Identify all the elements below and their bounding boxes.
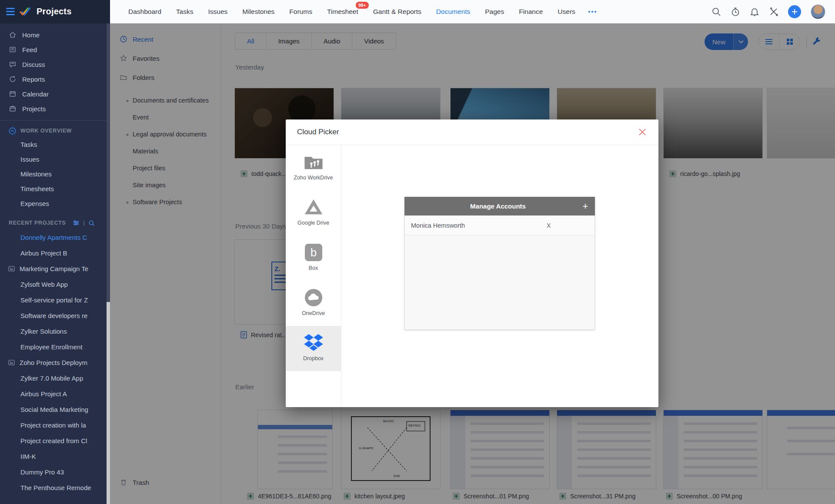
service-item-google-drive[interactable]: Google Drive [286,190,341,235]
sidebar-item-wo-expenses[interactable]: Expenses [0,196,110,211]
close-icon[interactable] [638,127,647,137]
menu-icon[interactable] [6,8,15,15]
brand-name: Projects [37,7,72,17]
sidebar-item-label: Home [22,31,40,39]
reports-icon [9,75,17,83]
account-name: Monica Hemsworth [405,222,547,229]
sidebar-item-wo-milestones[interactable]: Milestones [0,167,110,182]
remove-account-button[interactable]: X [547,222,595,229]
project-item[interactable]: Zylker Solutions [0,323,110,339]
project-item[interactable]: Donnelly Apartments C [0,229,110,245]
project-item-label: Marketing Campaign Te [20,265,88,272]
nav-item-pages[interactable]: Pages [479,4,510,19]
service-label: Google Drive [286,220,341,226]
nav-item-gantt-reports[interactable]: Gantt & Reports [367,4,428,19]
nav-overflow-icon[interactable] [584,7,601,16]
project-item[interactable]: Zoho Projects Deploym [0,355,110,370]
service-item-onedrive[interactable]: OneDrive [286,281,341,326]
sidebar-item-label: Feed [22,46,37,53]
service-item-box[interactable]: b Box [286,235,341,281]
google-drive-icon [286,196,341,218]
sidebar-item-projects[interactable]: Projects [0,101,110,116]
top-navigation-bar: Projects Dashboard Tasks Issues Mileston… [0,0,835,23]
discuss-icon [9,60,17,68]
zoho-projects-logo [19,6,32,17]
sidebar-item-wo-tasks[interactable]: Tasks [0,137,110,152]
user-avatar[interactable] [811,4,825,19]
section-title: RECENT PROJECTS [9,220,66,226]
brand-area: Projects [0,0,110,23]
feed-icon [9,46,17,53]
manage-accounts-header: Manage Accounts + [404,197,595,216]
project-item[interactable]: Project creation with la [0,417,110,433]
sidebar-item-home[interactable]: Home [0,27,110,42]
service-item-zoho-workdrive[interactable]: Zoho WorkDrive [286,145,341,190]
cloud-picker-dialog: Cloud Picker Zoho WorkDrive Google Drive… [286,119,658,407]
manage-accounts-panel: Manage Accounts + Monica Hemsworth X [404,197,595,330]
service-item-dropbox[interactable]: Dropbox [286,326,341,371]
project-item[interactable]: IIM-K [0,448,110,464]
sidebar-item-label: Discuss [22,61,45,68]
service-label: Dropbox [286,355,341,361]
add-button[interactable] [788,5,801,18]
left-sidebar: Home Feed Discuss Reports Calendar Proje… [0,23,110,504]
nav-item-documents[interactable]: Documents [430,4,476,19]
topbar-actions [711,4,835,19]
recent-projects-header: RECENT PROJECTS | [0,216,110,229]
sidebar-item-discuss[interactable]: Discuss [0,57,110,72]
project-item[interactable]: Dummy Pro 43 [0,464,110,480]
nav-item-tasks[interactable]: Tasks [170,4,200,19]
sidebar-item-label: Calendar [22,90,49,98]
search-icon[interactable] [711,7,721,17]
project-item[interactable]: Zylsoft Web App [0,276,110,292]
nav-item-timesheet[interactable]: Timesheet 99+ [321,4,364,19]
project-item[interactable]: Zylker 7.0 Mobile App [0,370,110,386]
account-row: Monica Hemsworth X [405,216,595,235]
project-board-icon [8,359,15,366]
nav-item-issues[interactable]: Issues [202,4,234,19]
collapse-circle-icon[interactable] [9,127,16,135]
notifications-bell-icon[interactable] [750,7,759,17]
sidebar-scrollbar[interactable] [107,23,110,504]
work-overview-header: WORK OVERVIEW [0,124,110,137]
service-label: Zoho WorkDrive [286,175,341,181]
zoho-workdrive-icon [286,151,341,173]
work-overview-section: WORK OVERVIEW Tasks Issues Milestones Ti… [0,120,110,211]
filter-sliders-icon[interactable] [73,219,80,226]
sidebar-item-label: Reports [22,76,45,83]
tools-icon[interactable] [769,7,778,17]
project-item[interactable]: Marketing Campaign Te [0,261,110,276]
header-divider: | [83,220,85,226]
project-item[interactable]: Social Media Marketing [0,401,110,417]
box-icon: b [286,242,341,263]
project-item[interactable]: The Penthouse Remode [0,480,110,495]
sidebar-item-wo-timesheets[interactable]: Timesheets [0,182,110,196]
sidebar-item-wo-issues[interactable]: Issues [0,152,110,167]
nav-item-label: Timesheet [327,8,358,15]
sidebar-item-feed[interactable]: Feed [0,42,110,57]
project-item[interactable]: Project created from Cl [0,433,110,448]
section-title: WORK OVERVIEW [20,128,72,134]
svg-text:b: b [310,246,316,259]
nav-item-forums[interactable]: Forums [283,4,318,19]
nav-item-finance[interactable]: Finance [513,4,549,19]
sidebar-item-calendar[interactable]: Calendar [0,86,110,101]
project-item[interactable]: Software developers re [0,308,110,323]
sidebar-item-reports[interactable]: Reports [0,72,110,86]
project-item[interactable]: Airbus Project A [0,386,110,401]
cloud-services-list: Zoho WorkDrive Google Drive b Box OneDri… [286,145,341,407]
project-item[interactable]: Self-service portal for Z [0,292,110,308]
project-item-label: Zoho Projects Deploym [20,359,87,366]
nav-item-milestones[interactable]: Milestones [236,4,281,19]
project-item[interactable]: Airbus Project B [0,245,110,261]
service-label: OneDrive [286,310,341,316]
add-account-button[interactable]: + [576,201,595,212]
project-search-icon[interactable] [88,220,95,226]
nav-item-users[interactable]: Users [551,4,581,19]
manage-accounts-title: Manage Accounts [404,202,576,210]
nav-item-dashboard[interactable]: Dashboard [122,4,167,19]
project-item[interactable]: Employee Enrollment [0,339,110,355]
timer-icon[interactable] [731,7,740,17]
dialog-header: Cloud Picker [286,119,658,145]
primary-nav: Dashboard Tasks Issues Milestones Forums… [110,4,711,19]
